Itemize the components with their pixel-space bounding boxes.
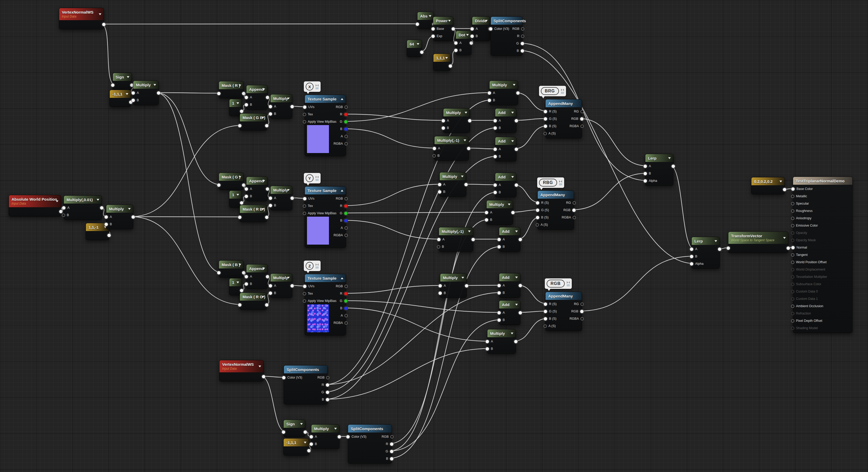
pin-icon[interactable] [315, 84, 319, 87]
value-pin[interactable] [107, 233, 111, 237]
apply-view-mipbias-pin[interactable] [303, 212, 306, 215]
value-pin[interactable] [238, 124, 242, 128]
node-dot[interactable]: DotAB [456, 31, 471, 55]
value-pin[interactable] [265, 124, 269, 128]
pixel-depth-offset-pin[interactable] [791, 319, 795, 323]
comment-bubble-rbg[interactable]: RBG [537, 177, 564, 188]
rgb-pin[interactable] [572, 208, 576, 212]
rgb-pin[interactable] [390, 435, 394, 439]
metallic-pin[interactable] [791, 195, 795, 198]
a-pin[interactable] [497, 238, 501, 241]
wire[interactable] [130, 216, 242, 217]
expand-chevron-icon[interactable] [668, 157, 671, 159]
node-multiply-0-01[interactable]: Multiply(,0.01)AB [64, 196, 102, 220]
expand-chevron-icon[interactable] [334, 428, 337, 430]
node-header[interactable]: SplitComponents [491, 17, 522, 25]
value-pin[interactable] [242, 271, 246, 275]
pin-icon[interactable] [315, 263, 319, 266]
b-pin[interactable] [131, 98, 135, 102]
comment-bubble-brg[interactable]: BRG [539, 86, 566, 96]
node-appendmany[interactable]: AppendManyR (S)RGG (S)RGBB (S)RGBAA (S) [537, 191, 574, 230]
node-multiply[interactable]: MultiplyAB [270, 94, 292, 119]
node-header[interactable]: Mask ( R G ) [240, 293, 267, 301]
a-pin[interactable] [438, 284, 442, 288]
value-pin[interactable] [266, 96, 270, 99]
node-mask-g-b[interactable]: Mask ( G B ) [240, 113, 267, 131]
specular-pin[interactable] [791, 202, 795, 205]
r-s-pin[interactable] [536, 201, 539, 205]
rgb-pin[interactable] [344, 105, 348, 109]
node-header[interactable]: TransformVectorWorld Space to Tangent Sp… [728, 232, 788, 244]
value-pin[interactable] [217, 271, 221, 275]
b-pin[interactable] [521, 49, 524, 53]
expand-chevron-icon[interactable] [462, 277, 464, 279]
expand-chevron-icon[interactable] [515, 231, 518, 232]
r-pin[interactable] [390, 442, 394, 446]
expand-chevron-icon[interactable] [287, 277, 290, 279]
pin-icon[interactable] [315, 175, 319, 178]
expand-chevron-icon[interactable] [445, 57, 448, 59]
g-pin[interactable] [390, 449, 394, 453]
expand-chevron-icon[interactable] [508, 204, 510, 205]
comment-bubble-x[interactable]: X [304, 81, 320, 92]
expand-chevron-icon[interactable] [485, 20, 488, 22]
node-add[interactable]: AddAB [499, 273, 521, 298]
base-pin[interactable] [431, 27, 435, 31]
node-1[interactable]: 1 [229, 191, 242, 208]
node-header[interactable]: Texture Sample [305, 95, 346, 103]
comment-bubble-rgb[interactable]: RGB [545, 278, 572, 289]
node-header[interactable]: 1 [229, 278, 242, 286]
value-pin[interactable] [242, 92, 246, 96]
node-header[interactable]: 1 [229, 99, 242, 107]
node-header[interactable]: Multiply [487, 200, 513, 208]
node-power[interactable]: PowerBaseExp [433, 16, 454, 41]
b-pin[interactable] [244, 282, 248, 286]
collapse-chevron-icon[interactable] [341, 98, 343, 100]
expand-chevron-icon[interactable] [262, 89, 265, 90]
expand-chevron-icon[interactable] [513, 84, 516, 86]
expand-chevron-icon[interactable] [262, 268, 265, 269]
node-header[interactable]: Mask ( G B ) [240, 113, 267, 122]
node-multiply[interactable]: MultiplyAB [270, 273, 292, 298]
a-pin[interactable] [454, 41, 458, 45]
node-header[interactable]: Lerp [692, 237, 719, 245]
a-pin[interactable] [690, 247, 693, 251]
wire[interactable] [579, 256, 694, 311]
value-pin[interactable] [157, 91, 160, 95]
wire[interactable] [156, 93, 221, 93]
b-pin[interactable] [497, 291, 501, 295]
node-header[interactable]: Add [495, 173, 516, 181]
rgba-pin[interactable] [344, 234, 348, 237]
node-multiply[interactable]: MultiplyAB [133, 80, 159, 105]
node-header[interactable]: SplitComponents [284, 366, 328, 373]
node-multiply-1[interactable]: Multiply(,-1)AB [439, 227, 473, 252]
node-multiply-1[interactable]: Multiply(,-1)AB [434, 136, 469, 161]
g-s-pin[interactable] [544, 117, 548, 121]
value-pin[interactable] [265, 215, 269, 219]
pin-icon[interactable] [566, 281, 570, 284]
value-pin[interactable] [240, 289, 244, 293]
node-mask-r-g[interactable]: Mask ( R G ) [240, 293, 267, 310]
value-pin[interactable] [262, 375, 266, 379]
value-pin[interactable] [420, 50, 424, 54]
custom-data-0-pin[interactable] [791, 290, 795, 293]
wire[interactable] [671, 166, 694, 249]
node-testtriplanarnormaldemo[interactable]: TestTriplanarNormalDemoBase ColorMetalli… [793, 177, 852, 333]
r-pin[interactable] [344, 292, 348, 296]
value-pin[interactable] [786, 246, 790, 250]
wire[interactable] [463, 184, 497, 185]
b-pin[interactable] [493, 126, 497, 130]
wire[interactable] [518, 285, 548, 304]
b-pin[interactable] [493, 155, 497, 159]
b-pin[interactable] [269, 204, 272, 207]
g-pin[interactable] [521, 42, 524, 45]
a-pin[interactable] [497, 311, 501, 315]
rgb-pin[interactable] [521, 27, 524, 31]
value-pin[interactable] [290, 105, 294, 109]
node-header[interactable]: -1,1,1 [284, 439, 309, 446]
value-pin[interactable] [100, 206, 104, 210]
wire[interactable] [325, 348, 490, 399]
anisotropy-pin[interactable] [791, 216, 795, 220]
node-header[interactable]: -1,1,1 [110, 90, 131, 98]
value-pin[interactable] [307, 449, 311, 452]
